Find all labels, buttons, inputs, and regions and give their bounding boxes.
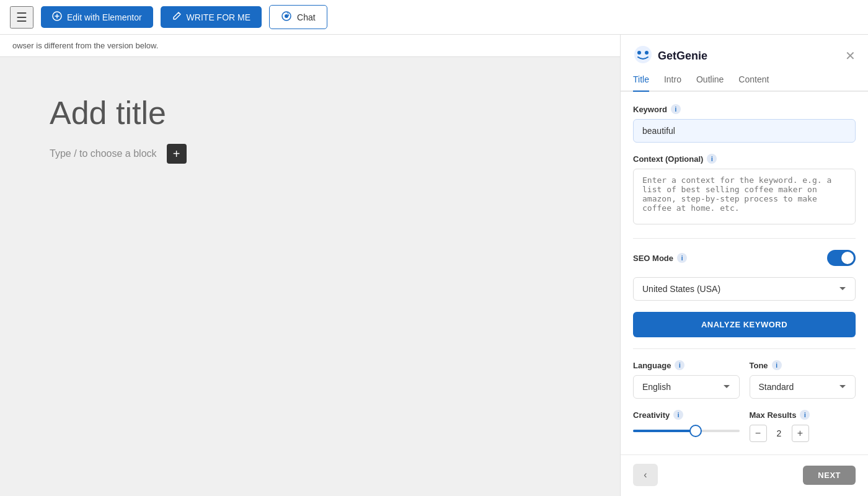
keyword-field: Keyword i xyxy=(633,104,856,143)
max-results-info-icon[interactable]: i xyxy=(800,410,810,420)
max-results-stepper: − 2 + xyxy=(750,425,856,442)
add-block-button[interactable]: + xyxy=(167,144,187,164)
write-for-me-button[interactable]: WRITE FOR ME xyxy=(161,6,262,28)
panel-tabs: Title Intro Outline Content xyxy=(621,67,868,92)
back-button[interactable]: ‹ xyxy=(633,464,658,486)
language-field: Language i English Spanish French German xyxy=(633,360,740,399)
keyword-info-icon[interactable]: i xyxy=(671,104,681,114)
context-label: Context (Optional) i xyxy=(633,154,856,164)
seo-mode-label: SEO Mode i xyxy=(633,253,687,263)
context-field: Context (Optional) i xyxy=(633,154,856,227)
elementor-icon xyxy=(52,11,62,23)
country-field: United States (USA) United Kingdom Canad… xyxy=(633,277,856,301)
tone-select[interactable]: Standard Formal Casual Humorous xyxy=(750,375,856,399)
language-label: Language i xyxy=(633,360,740,370)
country-select[interactable]: United States (USA) United Kingdom Canad… xyxy=(633,277,856,301)
language-info-icon[interactable]: i xyxy=(675,360,684,370)
chat-icon xyxy=(281,11,292,24)
svg-point-5 xyxy=(645,51,649,55)
editor-block-hint: Type / to choose a block + xyxy=(50,144,570,164)
hamburger-button[interactable]: ☰ xyxy=(10,6,33,29)
creativity-slider-track xyxy=(633,430,740,432)
panel-close-button[interactable]: ✕ xyxy=(845,48,856,63)
editor-canvas: Add title Type / to choose a block + xyxy=(0,57,620,201)
editor-area: owser is different from the version belo… xyxy=(0,35,620,496)
creativity-label: Creativity i xyxy=(633,410,740,420)
creativity-slider-fill xyxy=(633,430,691,432)
seo-mode-row: SEO Mode i xyxy=(633,250,856,266)
creativity-maxresults-row: Creativity i Max Results i − 2 xyxy=(633,410,856,442)
svg-point-3 xyxy=(634,46,652,63)
panel-header: GetGenie ✕ xyxy=(621,35,868,67)
svg-point-2 xyxy=(285,14,288,18)
chat-button[interactable]: Chat xyxy=(269,5,327,29)
elementor-button-label: Edit with Elementor xyxy=(67,12,142,22)
tab-outline[interactable]: Outline xyxy=(696,74,724,92)
context-info-icon[interactable]: i xyxy=(707,154,717,164)
max-results-value: 2 xyxy=(773,428,786,438)
tab-title[interactable]: Title xyxy=(633,74,649,92)
tone-label: Tone i xyxy=(750,360,856,370)
language-tone-row: Language i English Spanish French German… xyxy=(633,360,856,399)
next-button[interactable]: NEXT xyxy=(803,466,856,485)
max-results-label: Max Results i xyxy=(750,410,856,420)
write-button-label: WRITE FOR ME xyxy=(187,12,250,22)
main-area: owser is different from the version belo… xyxy=(0,35,868,496)
creativity-field: Creativity i xyxy=(633,410,740,442)
tone-info-icon[interactable]: i xyxy=(772,360,782,370)
tab-content[interactable]: Content xyxy=(738,74,769,92)
editor-notice: owser is different from the version belo… xyxy=(0,35,620,57)
analyze-keyword-button[interactable]: ANALYZE KEYWORD xyxy=(633,312,856,337)
tab-intro[interactable]: Intro xyxy=(664,74,681,92)
toolbar: ☰ Edit with Elementor WRITE FOR ME Chat xyxy=(0,0,868,35)
tone-field: Tone i Standard Formal Casual Humorous xyxy=(750,360,856,399)
max-results-decrement[interactable]: − xyxy=(750,425,767,442)
panel-logo-text: GetGenie xyxy=(658,50,707,63)
getgenie-logo-icon xyxy=(633,45,653,67)
panel-content: Keyword i Context (Optional) i SEO Mode … xyxy=(621,92,868,454)
creativity-slider-thumb[interactable] xyxy=(689,425,702,437)
seo-mode-toggle[interactable] xyxy=(827,250,856,266)
panel-footer: ‹ NEXT xyxy=(621,454,868,495)
keyword-label: Keyword i xyxy=(633,104,856,114)
max-results-field: Max Results i − 2 + xyxy=(750,410,856,442)
divider-2 xyxy=(633,348,856,349)
language-select[interactable]: English Spanish French German xyxy=(633,375,740,399)
keyword-input[interactable] xyxy=(633,119,856,143)
editor-title-placeholder[interactable]: Add title xyxy=(50,94,570,131)
chat-button-label: Chat xyxy=(297,12,316,22)
edit-elementor-button[interactable]: Edit with Elementor xyxy=(41,6,153,28)
write-icon xyxy=(172,11,182,23)
right-panel: GetGenie ✕ Title Intro Outline Content K… xyxy=(620,35,868,496)
creativity-info-icon[interactable]: i xyxy=(673,410,683,420)
divider-1 xyxy=(633,238,856,239)
seo-mode-info-icon[interactable]: i xyxy=(677,253,687,263)
panel-logo: GetGenie xyxy=(633,45,707,67)
svg-point-4 xyxy=(637,51,641,55)
max-results-increment[interactable]: + xyxy=(792,425,809,442)
context-textarea[interactable] xyxy=(633,169,856,224)
